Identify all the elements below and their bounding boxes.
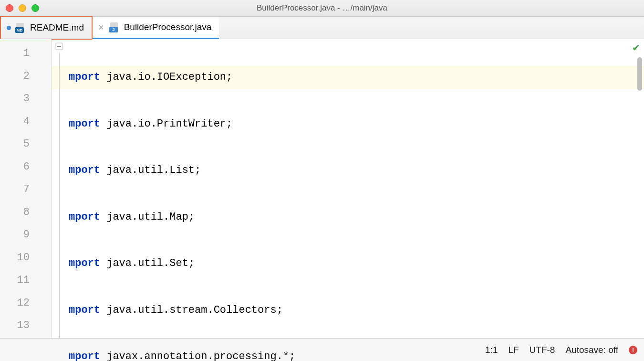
line-number[interactable]: 8 [0,201,51,224]
vertical-scrollbar[interactable] [637,57,642,91]
code-line[interactable]: mport java.io.PrintWriter; [69,113,644,136]
code-view[interactable]: mport java.io.IOException; mport java.io… [52,39,644,338]
tab-label: BuilderProcessor.java [124,22,212,32]
code-text: java.util.List; [100,164,201,176]
code-text: java.util.Map; [100,211,195,223]
line-number[interactable]: 7 [0,178,51,201]
titlebar: BuilderProcessor.java - …/main/java [0,0,644,17]
editor-area[interactable]: 1 2 3 4 5 6 7 8 9 10 11 12 13 mport java… [0,39,644,338]
code-text: java.io.PrintWriter; [100,118,232,130]
code-text: java.util.stream.Collectors; [100,304,283,316]
keyword: mport [69,164,100,176]
keyword: mport [69,350,100,361]
zoom-window-button[interactable] [31,4,39,12]
window-title: BuilderProcessor.java - …/main/java [0,3,644,13]
minimize-window-button[interactable] [19,4,26,12]
keyword: mport [69,118,100,130]
keyword: mport [69,257,100,269]
line-number[interactable]: 10 [0,246,51,269]
close-window-button[interactable] [6,4,13,12]
line-number[interactable]: 1 [0,42,51,65]
traffic-lights [6,4,39,12]
line-number[interactable]: 9 [0,223,51,246]
modified-indicator-icon [7,26,11,30]
close-tab-icon[interactable]: × [98,22,104,33]
keyword: mport [69,304,100,316]
inspection-ok-icon[interactable]: ✔ [632,42,640,53]
keyword: mport [69,211,100,223]
line-number[interactable]: 12 [0,292,51,315]
code-line[interactable]: mport java.util.Set; [69,252,644,275]
line-number[interactable]: 2 [0,65,51,88]
code-text: javax.annotation.processing.*; [100,350,295,361]
code-text: java.io.IOException; [100,71,232,83]
line-number[interactable]: 6 [0,156,51,179]
code-line[interactable]: mport java.util.Map; [69,206,644,229]
tab-label: README.md [30,22,84,33]
code-line[interactable]: mport javax.annotation.processing.*; [69,345,644,361]
editor-tabbar: MD README.md × J BuilderProcessor.java [0,17,644,39]
markdown-file-icon: MD [15,22,26,33]
line-number[interactable]: 4 [0,110,51,133]
line-number-gutter[interactable]: 1 2 3 4 5 6 7 8 9 10 11 12 13 [0,39,52,338]
tab-readme[interactable]: MD README.md [0,16,93,40]
line-number[interactable]: 13 [0,314,51,337]
line-number[interactable]: 5 [0,133,51,156]
fold-collapse-icon[interactable] [55,42,63,52]
line-number[interactable]: 3 [0,87,51,110]
code-line[interactable]: mport java.util.List; [69,159,644,182]
keyword: mport [69,71,100,83]
code-text: java.util.Set; [100,257,195,269]
code-line[interactable]: mport java.util.stream.Collectors; [69,299,644,322]
fold-guide-line [59,53,60,338]
svg-text:MD: MD [17,28,23,32]
tab-builderprocessor[interactable]: × J BuilderProcessor.java [93,17,219,39]
java-file-icon: J [109,22,120,32]
line-number[interactable]: 11 [0,269,51,292]
svg-text:J: J [112,27,114,32]
code-line[interactable]: mport java.io.IOException; [52,66,644,89]
